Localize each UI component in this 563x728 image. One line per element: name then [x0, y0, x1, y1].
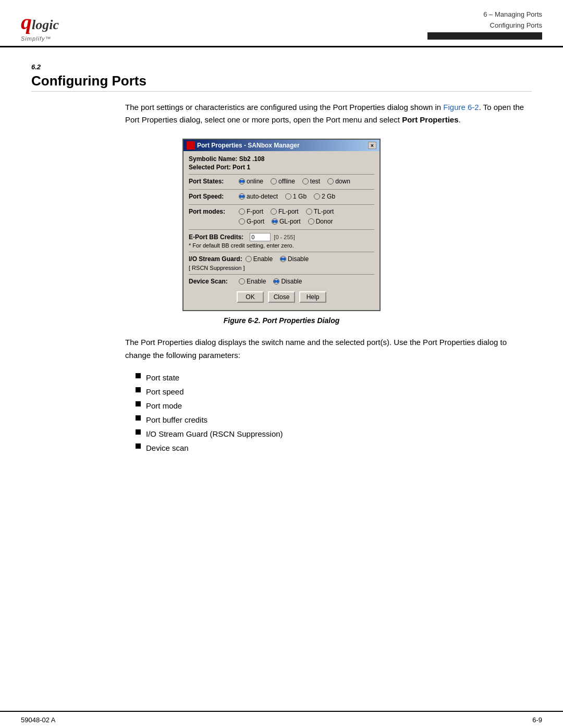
body-paragraph: The Port Properties dialog displays the … [125, 336, 532, 362]
radio-offline[interactable] [271, 178, 277, 184]
list-item: I/O Stream Guard (RSCN Suppression) [136, 427, 532, 441]
io-stream-group: Enable Disable [246, 255, 309, 263]
bullet-text: Port buffer credits [146, 413, 207, 427]
radio-2gb-label: 2 Gb [322, 193, 335, 200]
radio-auto-detect[interactable] [239, 193, 245, 200]
dialog-title-icon [187, 141, 195, 150]
device-scan-label: Device Scan: [189, 278, 236, 285]
radio-down[interactable] [327, 178, 334, 184]
mode-flport[interactable]: FL-port [271, 208, 299, 215]
radio-gport[interactable] [239, 218, 245, 225]
dialog-buttons: OK Close Help [189, 289, 374, 306]
device-scan-group: Enable Disable [239, 278, 302, 285]
radio-io-enable[interactable] [246, 256, 252, 262]
device-scan-row: Device Scan: Enable Disable [189, 278, 374, 285]
page-footer: 59048-02 A 6-9 [0, 711, 563, 728]
bullet-icon [136, 387, 141, 392]
radio-gport-label: G-port [247, 218, 264, 225]
selected-port-value: Port 1 [232, 164, 250, 171]
rscn-link[interactable]: [ RSCN Suppression ] [189, 265, 374, 271]
radio-device-enable[interactable] [239, 278, 245, 285]
dialog-close-icon[interactable]: × [368, 142, 376, 149]
radio-flport-label: FL-port [278, 208, 299, 215]
speed-1gb[interactable]: 1 Gb [285, 193, 307, 200]
radio-offline-label: offline [278, 178, 295, 185]
nav-line2: Configuring Ports [483, 20, 542, 31]
radio-device-enable-label: Enable [247, 278, 266, 285]
bullet-text: Port speed [146, 385, 184, 399]
radio-glport-label: GL-port [279, 218, 301, 225]
mode-gport[interactable]: G-port [239, 218, 264, 225]
radio-2gb[interactable] [314, 193, 320, 200]
radio-online[interactable] [239, 178, 245, 184]
dialog-body: Symbolic Name: Sb2 .108 Selected Port: P… [183, 151, 380, 310]
port-state-offline[interactable]: offline [271, 178, 295, 185]
bullet-text: I/O Stream Guard (RSCN Suppression) [146, 427, 283, 441]
list-item: Port state [136, 371, 532, 385]
speed-auto[interactable]: auto-detect [239, 193, 278, 200]
radio-device-disable-label: Disable [281, 278, 302, 285]
io-stream-label: I/O Stream Guard: [189, 255, 242, 263]
port-speed-row: Port Speed: auto-detect 1 Gb 2 Gb [189, 193, 374, 200]
divider5 [189, 252, 374, 252]
bullet-icon [136, 429, 141, 435]
bullet-text: Device scan [146, 441, 189, 455]
dialog-title-left: Port Properties - SANbox Manager [187, 141, 300, 150]
dialog-titlebar: Port Properties - SANbox Manager × [183, 140, 380, 151]
radio-1gb[interactable] [285, 193, 291, 200]
mode-fport[interactable]: F-port [239, 208, 263, 215]
radio-device-disable[interactable] [273, 278, 279, 285]
logo: qlogic [21, 9, 59, 34]
selected-port-label: Selected Port: [189, 164, 231, 171]
mode-glport[interactable]: GL-port [272, 218, 301, 225]
radio-tlport[interactable] [306, 208, 312, 215]
device-enable[interactable]: Enable [239, 278, 266, 285]
port-states-row: Port States: online offline test [189, 178, 374, 185]
divider1 [189, 174, 374, 175]
radio-1gb-label: 1 Gb [293, 193, 307, 200]
radio-io-disable[interactable] [280, 256, 286, 262]
device-disable[interactable]: Disable [273, 278, 302, 285]
radio-glport[interactable] [272, 218, 278, 225]
list-item: Port buffer credits [136, 413, 532, 427]
main-content: 6.2 Configuring Ports The port settings … [0, 47, 563, 476]
port-properties-dialog: Port Properties - SANbox Manager × Symbo… [182, 139, 381, 311]
help-button[interactable]: Help [299, 291, 326, 303]
footer-left: 59048-02 A [21, 716, 56, 724]
speed-2gb[interactable]: 2 Gb [314, 193, 335, 200]
logo-simplify: Simplify™ [21, 35, 52, 42]
nav-line1: 6 – Managing Ports [483, 9, 542, 20]
port-state-test[interactable]: test [302, 178, 320, 185]
bullet-icon [136, 415, 141, 421]
radio-flport[interactable] [271, 208, 277, 215]
port-modes-section: Port modes: F-port FL-port [189, 208, 374, 225]
radio-test[interactable] [302, 178, 309, 184]
radio-test-label: test [310, 178, 320, 185]
port-state-down[interactable]: down [327, 178, 350, 185]
mode-tlport[interactable]: TL-port [306, 208, 334, 215]
bb-credits-row: E-Port BB Credits: [0 - 255] [189, 233, 374, 241]
section-title: Configuring Ports [31, 73, 532, 92]
port-speed-group: auto-detect 1 Gb 2 Gb [239, 193, 335, 200]
bb-credits-input[interactable] [250, 233, 271, 241]
io-enable[interactable]: Enable [246, 255, 273, 263]
port-modes-row2: G-port GL-port Donor [239, 218, 374, 225]
bb-credits-note: * For default BB credit setting, enter z… [189, 242, 374, 249]
divider6 [189, 274, 374, 275]
io-disable[interactable]: Disable [280, 255, 309, 263]
close-button[interactable]: Close [268, 291, 295, 303]
port-modes-group-row1: F-port FL-port TL-port [239, 208, 334, 215]
ok-button[interactable]: OK [237, 291, 264, 303]
port-state-online[interactable]: online [239, 178, 263, 185]
port-modes-row1: Port modes: F-port FL-port [189, 208, 374, 215]
radio-fport[interactable] [239, 208, 245, 215]
radio-donor[interactable] [308, 218, 314, 225]
selected-port-row: Selected Port: Port 1 [189, 164, 374, 171]
port-modes-group-row2: G-port GL-port Donor [239, 218, 333, 225]
logo-rest: logic [32, 17, 59, 33]
section-number: 6.2 [31, 63, 532, 71]
io-stream-row: I/O Stream Guard: Enable Disable [189, 255, 374, 263]
radio-io-disable-label: Disable [288, 255, 309, 263]
figure-link[interactable]: Figure 6-2 [443, 103, 479, 112]
mode-donor[interactable]: Donor [308, 218, 333, 225]
